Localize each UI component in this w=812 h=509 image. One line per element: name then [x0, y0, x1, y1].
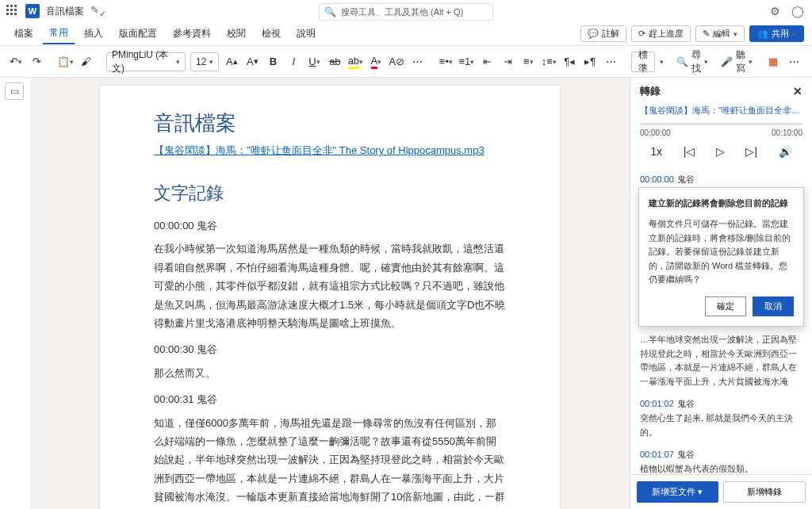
- menu-references[interactable]: 參考資料: [167, 24, 217, 44]
- menu-view[interactable]: 檢視: [255, 24, 287, 44]
- menu-insert[interactable]: 插入: [78, 24, 109, 44]
- font-size-select[interactable]: 12▾: [190, 52, 219, 71]
- shrink-font-button[interactable]: A▾: [244, 52, 260, 71]
- search-input[interactable]: 🔍 搜尋工具、工具及其他 (Alt + Q): [319, 3, 493, 21]
- page: 音訊檔案 【鬼谷閑談】海馬："唯虾让鱼面目全非" The Story of Hi…: [100, 86, 560, 509]
- panel-title: 轉錄: [640, 84, 661, 98]
- more-font-button[interactable]: ⋯: [409, 52, 425, 71]
- document-title[interactable]: 音訊檔案: [46, 5, 84, 18]
- font-color-button[interactable]: A▾: [368, 52, 384, 71]
- strike-button[interactable]: ab: [327, 52, 343, 71]
- indent-button[interactable]: ⇥: [500, 52, 515, 71]
- menu-layout[interactable]: 版面配置: [113, 24, 163, 44]
- find-button[interactable]: 🔍 尋找▾: [676, 48, 708, 75]
- dictate-button[interactable]: 🎤 聽寫▾: [721, 48, 753, 75]
- line-spacing-button[interactable]: ↕≡▾: [541, 52, 557, 71]
- nav-pane: ▭: [0, 78, 30, 509]
- search-placeholder: 搜尋工具、工具及其他 (Alt + Q): [341, 6, 463, 18]
- transcript-item[interactable]: …半年地球突然出現一波解決，正因為堅持現登此之時，相當於今天歐洲到西亞一帶地區，…: [630, 327, 812, 393]
- close-panel-button[interactable]: ✕: [793, 85, 802, 98]
- menu-home[interactable]: 常用: [43, 23, 75, 44]
- dialog-cancel-button[interactable]: 取消: [753, 297, 794, 316]
- entry-text-1[interactable]: 那么然而又。: [154, 364, 506, 382]
- entry-ts-2[interactable]: 00:00:31 鬼谷: [154, 390, 506, 408]
- transcript-item[interactable]: 00:01:02鬼谷 突然心生了起来, 那就是我們今天的主決的。: [630, 393, 812, 444]
- outdent-button[interactable]: ⇤: [479, 52, 495, 71]
- doc-heading-2[interactable]: 文字記錄: [154, 182, 506, 205]
- time-current: 00:00:00: [640, 128, 671, 137]
- entry-ts-1[interactable]: 00:00:30 鬼谷: [154, 340, 506, 358]
- bullets-button[interactable]: ≡•▾: [438, 52, 454, 71]
- dialog-ok-button[interactable]: 確定: [705, 297, 746, 316]
- catchup-button[interactable]: ⟳ 趕上進度: [631, 25, 691, 42]
- transcribe-panel: 轉錄 ✕ 【鬼谷閑談】海馬："唯虾让鱼面目全非" The St... 00:00…: [630, 78, 812, 509]
- document-canvas[interactable]: 音訊檔案 【鬼谷閑談】海馬："唯虾让鱼面目全非" The Story of Hi…: [30, 78, 630, 509]
- more-para-button[interactable]: ⋯: [603, 52, 619, 71]
- clear-format-button[interactable]: A⊘: [389, 52, 404, 71]
- align-left-button[interactable]: ≡▾: [520, 52, 536, 71]
- ribbon: ↶▾ ↷ 📋▾ 🖌 PMingLiU (本文)▾ 12▾ A▴ A▾ B I U…: [0, 46, 812, 78]
- next-button[interactable]: ▷|: [745, 145, 757, 158]
- numbering-button[interactable]: ≡1▾: [458, 52, 474, 71]
- entry-text-0[interactable]: 在我小時候第一次知道海馬居然是一種魚類的時候，當時我就敗凱，這憋活還得看咱自然界…: [154, 239, 506, 332]
- playback-speed-button[interactable]: 1x: [650, 145, 662, 158]
- ribbon-more-button[interactable]: ⋯: [786, 52, 802, 71]
- search-icon: 🔍: [324, 6, 336, 17]
- entry-ts-0[interactable]: 00:00:00 鬼谷: [154, 216, 506, 235]
- volume-button[interactable]: 🔊: [779, 145, 792, 158]
- menu-bar: 檔案 常用 插入 版面配置 參考資料 校閱 檢視 說明 💬 註解 ⟳ 趕上進度 …: [0, 22, 812, 46]
- underline-button[interactable]: U▾: [306, 52, 322, 71]
- new-transcribe-button[interactable]: 新增轉錄: [723, 481, 806, 503]
- rtl-button[interactable]: ¶◂: [561, 52, 577, 71]
- ltr-button[interactable]: ▸¶: [582, 52, 598, 71]
- share-button[interactable]: 👥 共用 ▾: [749, 25, 804, 42]
- format-painter-button[interactable]: 🖌: [78, 52, 94, 71]
- saved-status-icon: ✎✓: [90, 4, 106, 19]
- italic-button[interactable]: I: [285, 52, 301, 71]
- confirm-dialog: 建立新的記錄將會刪除您目前的記錄 每個文件只可儲存一份記錄。當您建立新的記錄時，…: [638, 187, 804, 327]
- doc-heading-1[interactable]: 音訊檔案: [154, 109, 506, 137]
- style-select[interactable]: 標準: [631, 52, 655, 72]
- transcribe-button[interactable]: ▦: [765, 52, 781, 71]
- entry-text-2[interactable]: 知道，僅僅6000多萬年前，海馬祖先還是跟一條尋常的魚沒有任何區別，那么好端端的…: [154, 414, 506, 509]
- comments-button[interactable]: 💬 註解: [580, 25, 626, 42]
- play-button[interactable]: ▷: [716, 145, 725, 158]
- audio-file-link[interactable]: 【鬼谷閑談】海馬："唯虾让鱼面目全非" The Story of Hippoca…: [154, 144, 485, 156]
- app-launcher-icon[interactable]: [6, 5, 19, 17]
- prev-button[interactable]: |◁: [684, 145, 695, 158]
- settings-icon[interactable]: ⚙: [770, 5, 780, 17]
- menu-help[interactable]: 說明: [290, 24, 322, 44]
- highlight-button[interactable]: ab▾: [347, 52, 363, 71]
- dialog-body: 每個文件只可儲存一份記錄。當您建立新的記錄時，將會移除/刪除目前的記錄。若要保留…: [649, 217, 794, 287]
- panel-filename[interactable]: 【鬼谷閑談】海馬："唯虾让鱼面目全非" The St...: [630, 105, 812, 117]
- bold-button[interactable]: B: [265, 52, 281, 71]
- add-to-doc-button[interactable]: 新增至文件 ▾: [637, 481, 718, 503]
- paste-button[interactable]: 📋▾: [57, 52, 73, 71]
- undo-button[interactable]: ↶▾: [8, 52, 24, 71]
- thumbnails-button[interactable]: ▭: [5, 82, 24, 100]
- grow-font-button[interactable]: A▴: [224, 52, 239, 71]
- redo-button[interactable]: ↷: [29, 52, 44, 71]
- edit-button[interactable]: ✎ 編輯 ▾: [695, 25, 745, 42]
- font-family-select[interactable]: PMingLiU (本文)▾: [106, 52, 186, 71]
- transcript-item[interactable]: 00:01:07鬼谷 植物以蝦蟹為代表的假殼類。: [630, 444, 812, 474]
- account-icon[interactable]: ◯: [791, 5, 804, 17]
- menu-review[interactable]: 校閱: [220, 24, 252, 44]
- dialog-title: 建立新的記錄將會刪除您目前的記錄: [649, 197, 794, 209]
- playback-progress[interactable]: [640, 123, 802, 125]
- menu-file[interactable]: 檔案: [8, 24, 40, 44]
- time-total: 00:10:00: [772, 128, 802, 137]
- word-logo-icon: W: [25, 4, 40, 18]
- style-chevron-icon[interactable]: ▾: [660, 58, 664, 66]
